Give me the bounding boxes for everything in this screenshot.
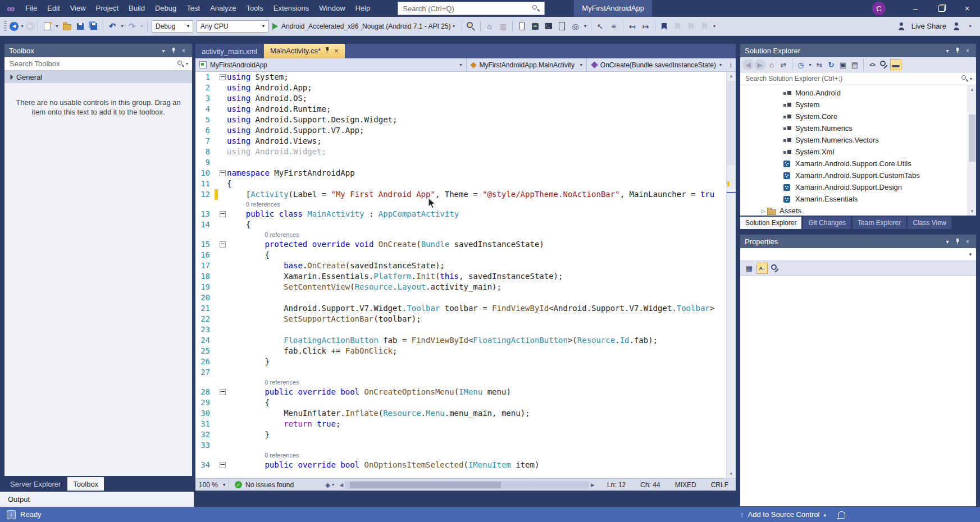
code-line[interactable]: 27 bbox=[195, 367, 727, 378]
menu-file[interactable]: File bbox=[20, 0, 42, 17]
code-line[interactable]: 31 return true; bbox=[195, 419, 727, 429]
decrease-indent-icon[interactable]: ↤ bbox=[626, 20, 639, 33]
pin-icon[interactable] bbox=[168, 45, 179, 56]
solution-configuration-combo[interactable]: Debug▾ bbox=[152, 20, 193, 33]
code-line[interactable]: 21 Android.Support.V7.Widget.Toolbar too… bbox=[195, 303, 727, 314]
window-menu-icon[interactable]: ▾ bbox=[158, 45, 168, 56]
code-line[interactable]: 28 public override bool OnCreateOptionsM… bbox=[195, 387, 727, 397]
android-device-manager-icon[interactable] bbox=[529, 20, 541, 33]
code-line[interactable]: 8using Android.Widget; bbox=[195, 146, 727, 157]
editor-vertical-scrollbar[interactable]: ▲ ▼ bbox=[726, 72, 736, 478]
dropdown-caret-icon[interactable]: ▾ bbox=[139, 20, 145, 33]
code-line[interactable]: 10namespace MyFirstAndroidApp bbox=[195, 168, 727, 178]
restore-button[interactable] bbox=[928, 0, 954, 17]
code-line[interactable]: 16 { bbox=[195, 250, 727, 260]
menu-tools[interactable]: Tools bbox=[241, 0, 268, 17]
document-outline-icon[interactable]: ≡ bbox=[608, 20, 620, 33]
chevron-down-icon[interactable]: ▾ bbox=[967, 20, 973, 33]
fold-toggle[interactable] bbox=[218, 239, 227, 250]
pin-icon[interactable] bbox=[952, 45, 963, 56]
show-all-files-icon[interactable]: ▣ bbox=[837, 59, 849, 70]
solution-explorer-search-box[interactable]: ▾ bbox=[740, 72, 976, 85]
code-line[interactable]: 32 } bbox=[195, 429, 727, 440]
properties-object-combobox[interactable]: ▾ bbox=[740, 248, 976, 261]
codelens-references[interactable]: 0 references bbox=[227, 379, 299, 386]
preview-in-browser-icon[interactable]: ⌂ bbox=[484, 20, 496, 33]
forward-icon[interactable]: ▶ bbox=[754, 59, 765, 70]
collapse-box-icon[interactable] bbox=[220, 170, 226, 176]
scroll-down-icon[interactable]: ▼ bbox=[968, 209, 976, 214]
quick-search-input[interactable] bbox=[402, 4, 531, 13]
code-line[interactable]: 4using Android.Runtime; bbox=[195, 104, 727, 115]
back-icon[interactable]: ◀ bbox=[742, 59, 754, 70]
toolbox-search-input[interactable] bbox=[8, 59, 176, 68]
issues-status[interactable]: No issues found bbox=[245, 481, 294, 489]
dock-tab-server-explorer[interactable]: Server Explorer bbox=[4, 477, 66, 491]
redo-icon[interactable]: ↷ bbox=[126, 20, 138, 33]
code-line[interactable]: 3using Android.OS; bbox=[195, 93, 727, 104]
menu-test[interactable]: Test bbox=[181, 0, 205, 17]
window-menu-icon[interactable]: ▾ bbox=[942, 236, 952, 246]
increase-indent-icon[interactable]: ↦ bbox=[640, 20, 652, 33]
tree-item-system-core[interactable]: System.Core bbox=[740, 111, 976, 122]
close-icon[interactable]: × bbox=[179, 45, 189, 56]
collapse-all-icon[interactable]: ▤ bbox=[849, 59, 860, 70]
dropdown-caret-icon[interactable]: ▾ bbox=[54, 20, 60, 33]
codelens-references[interactable]: 0 references bbox=[227, 201, 280, 208]
android-adb-terminal-icon[interactable] bbox=[543, 20, 555, 33]
dock-tab-git-changes[interactable]: Git Changes bbox=[803, 217, 851, 229]
tree-item-system[interactable]: System bbox=[740, 99, 976, 111]
split-window-button[interactable]: ↕ bbox=[726, 58, 736, 71]
switch-views-icon[interactable]: ⇄ bbox=[778, 59, 789, 70]
property-pages-icon[interactable] bbox=[769, 263, 781, 274]
horizontal-scroll-track[interactable] bbox=[345, 481, 589, 489]
search-options-caret-icon[interactable]: ▾ bbox=[186, 61, 188, 66]
back-icon[interactable]: ◀ bbox=[10, 22, 19, 31]
menu-help[interactable]: Help bbox=[350, 0, 376, 17]
zoom-selector[interactable]: 100 % ▾ bbox=[195, 479, 229, 491]
code-line[interactable]: 5using Android.Support.Design.Widget; bbox=[195, 115, 727, 125]
close-icon[interactable]: × bbox=[963, 236, 973, 246]
device-frame-icon[interactable] bbox=[556, 20, 568, 33]
quick-search-box[interactable] bbox=[398, 2, 545, 15]
tree-item-xamarin-android-support-design[interactable]: Xamarin.Android.Support.Design bbox=[740, 181, 976, 193]
solution-explorer-header[interactable]: Solution Explorer ▾ × bbox=[740, 44, 976, 57]
codelens-references[interactable]: 0 references bbox=[227, 231, 299, 238]
toggle-bookmark-icon[interactable] bbox=[658, 20, 671, 33]
encoding-indicator[interactable]: MIXED bbox=[668, 481, 704, 489]
dropdown-caret-icon[interactable]: ▾ bbox=[712, 20, 718, 33]
pin-icon[interactable] bbox=[952, 236, 963, 246]
menu-debug[interactable]: Debug bbox=[150, 0, 181, 17]
code-line[interactable]: 30 MenuInflater.Inflate(Resource.Menu.me… bbox=[195, 408, 727, 419]
member-dropdown[interactable]: OnCreate(Bundle savedInstanceState) ▾ bbox=[587, 58, 726, 71]
pending-changes-filter-icon[interactable]: ◷ bbox=[795, 59, 806, 70]
fold-toggle[interactable] bbox=[218, 72, 227, 83]
dropdown-caret-icon[interactable]: ▾ bbox=[19, 20, 25, 33]
document-tab-activity_mainxml[interactable]: activity_main.xml bbox=[195, 44, 263, 58]
collapse-box-icon[interactable] bbox=[220, 241, 226, 248]
scroll-left-icon[interactable]: ◀ bbox=[338, 482, 345, 488]
solution-explorer-search-input[interactable] bbox=[744, 74, 960, 83]
tree-vertical-scrollbar[interactable]: ▲▼ bbox=[968, 85, 976, 216]
close-icon[interactable]: × bbox=[963, 45, 973, 56]
menu-edit[interactable]: Edit bbox=[42, 0, 65, 17]
fold-toggle[interactable] bbox=[218, 168, 227, 178]
line-ending-indicator[interactable]: CRLF bbox=[704, 481, 736, 489]
code-line[interactable]: 29 { bbox=[195, 397, 727, 408]
code-line[interactable]: 25 fab.Click += FabOnClick; bbox=[195, 346, 727, 356]
code-line[interactable]: 18 Xamarin.Essentials.Platform.Init(this… bbox=[195, 271, 727, 282]
tree-item-mono-android[interactable]: Mono.Android bbox=[740, 87, 976, 99]
code-line[interactable]: 26 } bbox=[195, 356, 727, 367]
open-file-icon[interactable] bbox=[61, 20, 73, 33]
alphabetical-icon[interactable]: A↓ bbox=[756, 263, 768, 274]
run-button[interactable]: Android_Accelerated_x86_Nougat (Android … bbox=[272, 20, 457, 33]
save-all-icon[interactable] bbox=[88, 20, 100, 33]
type-dropdown[interactable]: MyFirstAndroidApp.MainActivity ▾ bbox=[467, 58, 587, 71]
code-line[interactable]: 7using Android.Views; bbox=[195, 136, 727, 146]
codelens-references[interactable]: 0 references bbox=[227, 452, 299, 459]
scroll-up-icon[interactable]: ▲ bbox=[968, 87, 976, 92]
profiler-icon[interactable]: ◎ bbox=[569, 20, 582, 33]
code-line[interactable]: 12 [Activity(Label = "My First Android A… bbox=[195, 189, 727, 200]
dock-tab-team-explorer[interactable]: Team Explorer bbox=[853, 217, 906, 229]
solution-platform-combo[interactable]: Any CPU▾ bbox=[197, 20, 268, 33]
